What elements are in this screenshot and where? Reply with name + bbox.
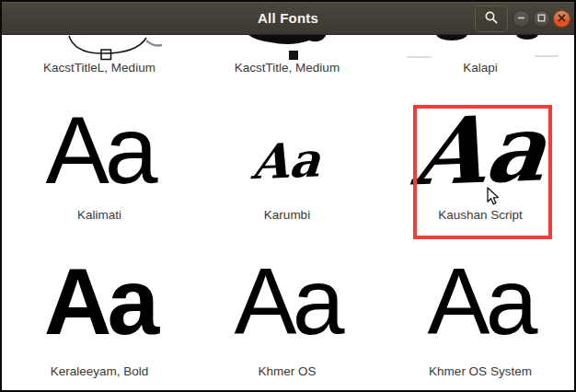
maximize-button[interactable] xyxy=(533,10,550,28)
close-button[interactable] xyxy=(553,10,570,28)
titlebar[interactable]: All Fonts xyxy=(2,2,574,35)
font-name-label: Keraleeyam, Bold xyxy=(51,364,149,383)
font-name-label: Khmer OS xyxy=(258,364,316,383)
font-card-khmer-os[interactable]: Aa Khmer OS xyxy=(195,237,379,383)
font-preview: Aa xyxy=(248,82,326,210)
font-preview-glyph-partial xyxy=(195,35,379,61)
font-card-kalapi[interactable]: Kalapi xyxy=(388,35,572,79)
font-grid: KacstTitleL, Medium KacstTitle, Medium xyxy=(2,35,574,389)
font-name-label: KacstTitleL, Medium xyxy=(43,61,156,79)
fonts-app-window: All Fonts xyxy=(0,0,576,392)
font-card-kaushan-script[interactable]: Aa Kaushan Script xyxy=(388,83,572,226)
font-card-kalimati[interactable]: Aa Kalimati xyxy=(7,83,191,226)
font-card-karumbi[interactable]: Aa Karumbi xyxy=(195,83,379,226)
search-icon xyxy=(484,10,499,28)
font-preview: Aa xyxy=(408,81,552,211)
font-card-kacsttitlel[interactable]: KacstTitleL, Medium xyxy=(7,35,191,79)
close-icon xyxy=(557,12,567,26)
font-preview: Aa xyxy=(44,237,155,364)
minimize-icon xyxy=(516,12,526,26)
search-button[interactable] xyxy=(475,6,508,32)
font-name-label: Kalapi xyxy=(463,61,498,79)
font-name-label: Kalimati xyxy=(77,208,121,226)
font-card-keraleeyam[interactable]: Aa Keraleeyam, Bold xyxy=(7,237,191,383)
window-controls xyxy=(513,10,570,28)
font-name-label: Karumbi xyxy=(264,208,310,226)
font-preview: Aa xyxy=(428,237,534,364)
font-card-kacsttitle[interactable]: KacstTitle, Medium xyxy=(195,35,379,79)
font-preview-glyph-partial xyxy=(388,35,572,61)
maximize-icon xyxy=(536,12,547,26)
font-name-label: KacstTitle, Medium xyxy=(235,61,340,79)
font-preview: Aa xyxy=(45,83,153,208)
font-preview: Aa xyxy=(235,237,340,364)
font-name-label: Kaushan Script xyxy=(438,208,523,226)
font-card-khmer-os-system[interactable]: Aa Khmer OS System xyxy=(388,237,572,383)
minimize-button[interactable] xyxy=(513,10,530,28)
font-preview-glyph-partial xyxy=(7,35,191,61)
font-name-label: Khmer OS System xyxy=(429,364,532,383)
